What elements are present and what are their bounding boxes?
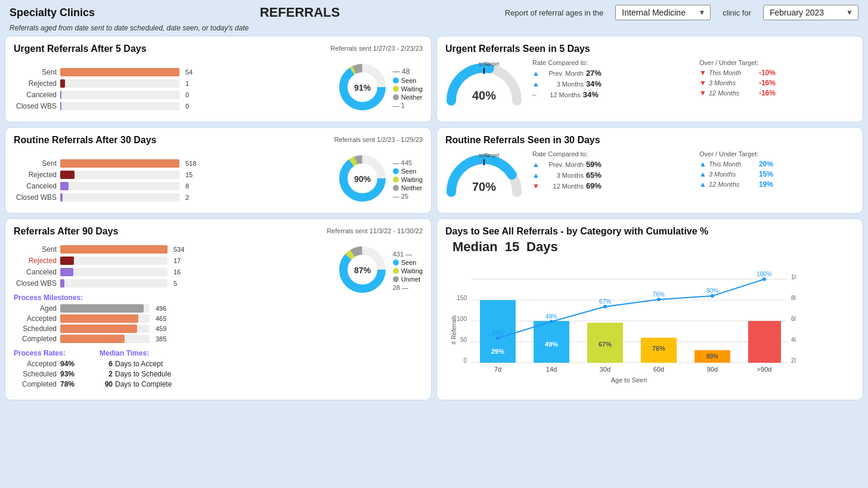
legend-neither: Neither: [393, 94, 423, 101]
bar-fill-sent: [60, 68, 179, 76]
clinic-dropdown[interactable]: Internal Medicine ▼: [615, 5, 711, 20]
svg-text:70%: 70%: [472, 180, 496, 193]
rate-row-prevmonth: ▲ Prev. Month 27%: [532, 69, 687, 78]
svg-text:67%: 67%: [599, 298, 611, 305]
svg-point-45: [550, 320, 553, 323]
urgent-after5-bars: Sent 54 Rejected 1 Canceled: [14, 68, 331, 110]
arrow-up-icon: ▲: [532, 80, 540, 88]
routine-after30-title: Routine Referrals After 30 Days: [14, 135, 157, 146]
svg-text:91%: 91%: [354, 83, 371, 92]
svg-point-46: [603, 305, 607, 308]
after90-legend: 431 — Seen Waiting Unmet: [393, 251, 423, 291]
pm-scheduled-val: 459: [156, 325, 166, 332]
over-under-title: Over / Under Target:: [699, 59, 854, 66]
svg-text:29%: 29%: [491, 348, 504, 355]
pm-accepted-val: 465: [156, 315, 166, 322]
over-row-thismonth: ▼ This Month -10%: [699, 69, 854, 77]
legend-seen-label: Seen: [401, 77, 417, 84]
after90-closedwbs-val: 5: [173, 280, 177, 287]
svg-text:# Referrals: # Referrals: [451, 316, 457, 345]
svg-text:76%: 76%: [653, 291, 665, 298]
routine-seen30-rates: Rate Compared to: ▲ Prev. Month 59% ▲ 3 …: [532, 150, 854, 192]
routine-after30-bars: Sent 518 Rejected 15 Canceled: [14, 159, 331, 202]
page-title: REFERRALS: [107, 5, 493, 20]
svg-text:150: 150: [457, 295, 467, 301]
process-rates: Process Rates: Accepted 94% Scheduled 93…: [14, 349, 82, 390]
rate-row-12months: – 12 Months 34%: [532, 90, 687, 99]
svg-text:80%: 80%: [706, 288, 718, 294]
month-dropdown[interactable]: February 2023 ▼: [763, 5, 858, 20]
legend-waiting-label: Waiting: [401, 85, 423, 92]
over-row-12months: ▼ 12 Months -16%: [699, 89, 854, 97]
bar-value-canceled: 0: [185, 91, 189, 98]
process-rates-section: Process Rates: Accepted 94% Scheduled 93…: [14, 349, 331, 390]
routine-after30-card: Routine Referrals After 30 Days Referral…: [5, 127, 432, 214]
median-label: Median: [452, 239, 498, 254]
routine-sent-val: 518: [185, 160, 196, 167]
routine-closedwbs-val: 2: [185, 194, 189, 201]
clinic-for-label: clinic for: [723, 8, 751, 17]
routine-after30-legend: — 445 Seen Waiting Neither: [393, 159, 423, 200]
mt-title: Median Times:: [100, 349, 172, 357]
routine-rate-compared-title: Rate Compared to:: [532, 150, 687, 157]
urgent-after5-sent-range: Referrals sent 1/27/23 - 2/23/23: [330, 45, 423, 52]
routine-seen30-title: Routine Referrals Seen in 30 Days: [445, 135, 600, 145]
after90-donut-section: 87% 431 — Seen Waiting: [336, 243, 423, 298]
svg-text:49%: 49%: [545, 313, 557, 320]
bar-row-closedwbs: Closed WBS 0: [14, 102, 331, 110]
bar-gt90d: [748, 321, 781, 363]
svg-text:90d: 90d: [707, 366, 718, 373]
svg-text:Target: Target: [484, 61, 500, 67]
after90-bars: Sent 534 Rejected 17 Cance: [14, 245, 331, 288]
routine-canceled-val: 8: [185, 183, 189, 190]
bar-row-closedwbs: Closed WBS 2: [14, 193, 331, 202]
bar-row-rejected: Rejected 15: [14, 171, 331, 179]
bar-row-canceled: Canceled 8: [14, 182, 331, 190]
process-milestones: Process Milestones: Aged 496 Accepted: [14, 294, 331, 343]
legend-seen: Seen: [393, 77, 423, 84]
median-times: Median Times: 6 Days to Accept 2 Days to…: [100, 349, 172, 390]
urgent-seen5-gauge: 50% Target 40%: [445, 59, 523, 109]
bar-label-closedwbs: Closed WBS: [14, 102, 57, 110]
routine-seen30-gauge: 50% Target 70%: [445, 150, 523, 200]
median-value: 15: [505, 239, 519, 254]
legend-waiting: Waiting: [393, 85, 423, 92]
svg-text:67%: 67%: [599, 341, 612, 348]
urgent-after5-card: Urgent Referrals After 5 Days Referrals …: [5, 36, 432, 122]
specialty-clinics-label: Specialty Clinics: [10, 7, 95, 19]
after90-title: Referrals After 90 Days: [14, 226, 119, 237]
pr-title: Process Rates:: [14, 349, 82, 357]
svg-point-44: [496, 336, 500, 340]
urgent-seen5-rates: Rate Compared to: ▲ Prev. Month 27% ▲ 3 …: [532, 59, 854, 101]
after90-rejected-val: 17: [173, 257, 181, 264]
bar-row-rejected: Rejected 1: [14, 79, 331, 88]
month-chevron-icon: ▼: [846, 8, 853, 17]
bar-row-sent: Sent 518: [14, 159, 331, 168]
bar-fill-canceled: [60, 91, 61, 99]
subtitle-text: Referrals aged from date sent to date sc…: [0, 23, 868, 36]
days-chart-title: Days to See All Referrals - by Category …: [445, 226, 708, 236]
rate-row-3months: ▲ 3 Months 34%: [532, 79, 687, 88]
pm-title: Process Milestones:: [14, 294, 331, 302]
pm-aged-val: 496: [156, 305, 166, 312]
svg-text:14d: 14d: [546, 366, 557, 373]
arrow-down-icon: ▼: [699, 89, 706, 97]
svg-text:100: 100: [457, 316, 467, 322]
bar-value-sent: 54: [185, 69, 193, 76]
svg-text:100%: 100%: [757, 271, 772, 277]
after90-left: Sent 534 Rejected 17 Cance: [14, 243, 331, 390]
days-chart-content: Median 15 Days 0 50 100 150 # Referrals …: [445, 237, 854, 394]
days-median: Median 15 Days: [450, 239, 850, 255]
main-grid: Urgent Referrals After 5 Days Referrals …: [0, 36, 868, 405]
svg-text:87%: 87%: [354, 265, 371, 275]
rate-compared-col: Rate Compared to: ▲ Prev. Month 27% ▲ 3 …: [532, 59, 687, 101]
routine-seen30-card: Routine Referrals Seen in 30 Days 50% Ta…: [436, 127, 863, 214]
arrow-down-icon: ▼: [699, 79, 706, 87]
after90-canceled-val: 16: [173, 268, 181, 276]
over-under-col: Over / Under Target: ▼ This Month -10% ▼…: [699, 59, 854, 101]
svg-text:Age to Seen: Age to Seen: [611, 376, 647, 384]
svg-text:90%: 90%: [354, 174, 371, 184]
arrow-down-icon: ▼: [699, 69, 706, 77]
svg-text:40%: 40%: [472, 89, 496, 102]
pm-completed-val: 385: [156, 335, 166, 342]
